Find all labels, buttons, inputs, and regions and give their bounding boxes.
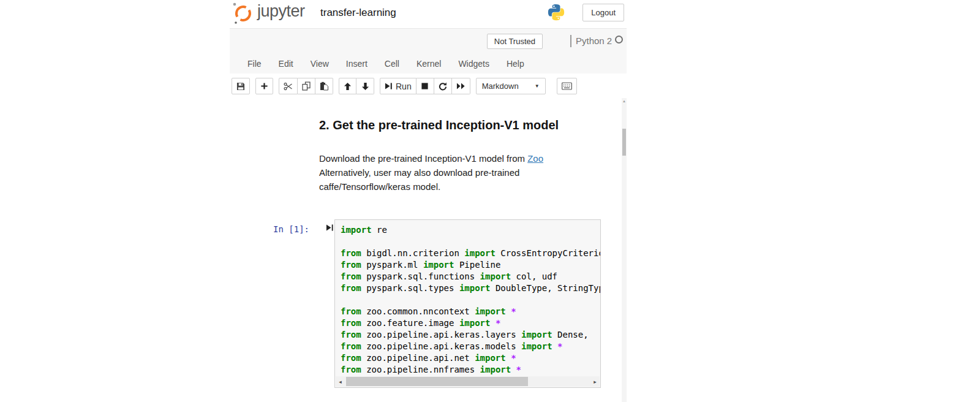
scroll-up-icon[interactable]: ▲ — [622, 99, 627, 103]
menu-item-view[interactable]: View — [302, 59, 337, 69]
menu-item-cell[interactable]: Cell — [376, 59, 408, 69]
move-cell-down-button[interactable] — [356, 78, 374, 94]
horizontal-scroll-thumb[interactable] — [346, 377, 528, 386]
copy-icon — [302, 82, 311, 91]
run-all-button[interactable] — [452, 78, 470, 94]
paste-button[interactable] — [315, 78, 333, 94]
menu-item-file[interactable]: File — [239, 59, 270, 69]
notebook-container: 2. Get the pre-trained Inception-V1 mode… — [230, 98, 627, 402]
markdown-cell[interactable]: 2. Get the pre-trained Inception-V1 mode… — [319, 119, 559, 194]
command-palette-button[interactable] — [557, 78, 577, 94]
menubar: File Edit View Insert Cell Kernel Widget… — [230, 53, 627, 74]
kernel-name: Python 2 — [576, 36, 612, 46]
paragraph-text-after: Alternatively, user may also download pr… — [319, 167, 519, 192]
status-row: Not Trusted Python 2 — [230, 29, 627, 53]
save-button[interactable] — [232, 78, 250, 94]
notebook-header: jupyter transfer-learning Logout — [230, 0, 627, 28]
jupyter-logo-icon — [231, 0, 255, 26]
markdown-paragraph: Download the pre-trained Inception-V1 mo… — [319, 151, 559, 194]
run-button-label: Run — [396, 82, 412, 91]
scroll-left-icon[interactable]: ◂ — [336, 376, 345, 387]
kernel-idle-circle-icon — [615, 36, 623, 44]
input-prompt: In [1]: — [273, 224, 309, 234]
jupyter-wordmark: jupyter — [257, 2, 305, 21]
kernel-divider — [570, 35, 571, 47]
move-cell-up-button[interactable] — [339, 78, 356, 94]
interrupt-kernel-button[interactable] — [417, 78, 434, 94]
restart-icon — [439, 82, 447, 91]
horizontal-scroll-track[interactable] — [345, 376, 590, 387]
cell-type-selected: Markdown — [482, 82, 519, 91]
menu-item-kernel[interactable]: Kernel — [408, 59, 450, 69]
cut-button[interactable] — [279, 78, 298, 94]
vertical-scroll-thumb[interactable] — [622, 129, 626, 156]
run-cell-marker-icon — [326, 224, 334, 232]
scroll-right-icon[interactable]: ▸ — [590, 376, 600, 387]
menu-item-insert[interactable]: Insert — [337, 59, 376, 69]
notebook-title[interactable]: transfer-learning — [320, 7, 396, 19]
restart-kernel-button[interactable] — [434, 78, 452, 94]
paste-icon — [320, 82, 328, 91]
run-icon — [385, 82, 393, 90]
logout-button[interactable]: Logout — [582, 4, 624, 21]
menu-item-widgets[interactable]: Widgets — [450, 59, 498, 69]
paragraph-text-before: Download the pre-trained Inception-V1 mo… — [319, 153, 527, 164]
code-editor[interactable]: import re from bigdl.nn.criterion import… — [334, 219, 601, 388]
vertical-scrollbar[interactable]: ▲ — [622, 98, 627, 402]
horizontal-scrollbar[interactable]: ◂ ▸ — [336, 376, 600, 387]
fast-forward-icon — [456, 82, 466, 90]
stop-icon — [421, 82, 429, 90]
python-logo-icon — [547, 3, 565, 21]
run-button[interactable]: Run — [380, 78, 417, 94]
jupyter-logo[interactable]: jupyter — [231, 0, 305, 26]
insert-cell-button[interactable] — [255, 78, 273, 94]
copy-button[interactable] — [298, 78, 315, 94]
plus-icon — [260, 82, 268, 90]
not-trusted-button[interactable]: Not Trusted — [487, 34, 543, 49]
chevron-down-icon: ▼ — [535, 83, 540, 89]
cell-type-select[interactable]: Markdown ▼ — [476, 78, 546, 94]
menu-item-edit[interactable]: Edit — [270, 59, 302, 69]
scissors-icon — [284, 82, 293, 91]
markdown-heading: 2. Get the pre-trained Inception-V1 mode… — [319, 119, 559, 132]
menu-item-help[interactable]: Help — [498, 59, 533, 69]
zoo-link[interactable]: Zoo — [527, 153, 543, 164]
arrow-down-icon — [361, 82, 369, 91]
code-cell: In [1]: import re from bigdl.nn.criterio… — [230, 219, 627, 391]
menubar-container: Not Trusted Python 2 File Edit View Inse… — [230, 28, 627, 74]
main-toolbar: Run Markdown ▼ — [230, 74, 627, 99]
keyboard-icon — [562, 82, 572, 90]
app-window: jupyter transfer-learning Logout Not Tru… — [230, 0, 627, 402]
code-lines: import re from bigdl.nn.criterion import… — [341, 224, 600, 376]
save-icon — [236, 82, 245, 91]
arrow-up-icon — [344, 82, 352, 91]
